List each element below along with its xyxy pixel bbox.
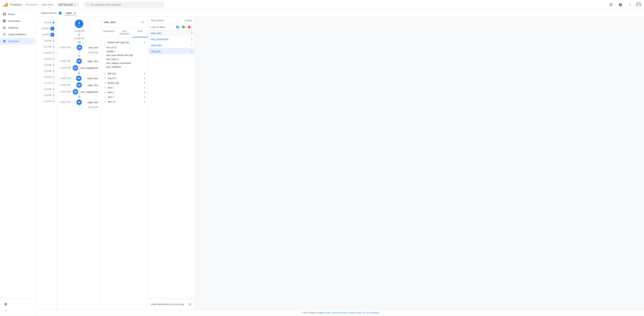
- subgroup-name-cap: Cap (17): [104, 77, 116, 80]
- sidebar-item-audiences[interactable]: Audiences: [0, 24, 36, 31]
- timeline-item-12[interactable]: 2:19 PM: [37, 92, 57, 98]
- sidebar-nav: Events Conversions Audiences Custom defi…: [0, 10, 37, 298]
- chevron-right-icon: [104, 72, 106, 75]
- item-prop-4: item_category: Accessories: [106, 61, 144, 65]
- subgroup-name-item4: Item 4: [104, 91, 114, 94]
- timeline-time-7: 2:24 PM: [44, 64, 51, 66]
- event-list-item-view-item[interactable]: view_item 1: [148, 48, 195, 54]
- apps-icon[interactable]: [608, 1, 614, 8]
- event-list-item-page-view[interactable]: page_view 3: [148, 30, 195, 36]
- collapse-sidebar-btn[interactable]: [3, 307, 9, 313]
- timeline-time-8: 2:23 PM: [44, 70, 51, 72]
- chevron-right-icon: [104, 91, 106, 94]
- event-icon-ue-1: [73, 65, 78, 71]
- timeline-item-11[interactable]: 2:20 PM: [37, 86, 57, 92]
- content-area: DEBUG DEVICE 1 Apple 2:31 PM 2:30 PM: [37, 10, 644, 316]
- event-list-name-pv[interactable]: page_view: [151, 32, 161, 34]
- avatar[interactable]: [636, 2, 641, 8]
- search-input[interactable]: [90, 3, 161, 6]
- tab-parameters[interactable]: Parameters: [101, 28, 117, 37]
- event-list-count-si: 1: [191, 44, 192, 46]
- timeline-wrapper: 2:31 PM 2:30 PM 1 2:29 PM 6 2:28 PM: [37, 20, 57, 104]
- event-list-name-vi[interactable]: view_item: [151, 50, 160, 52]
- tab-user-properties[interactable]: User properties: [117, 28, 132, 37]
- event-icon-select-item: [76, 76, 82, 81]
- sidebar-item-custom-definitions[interactable]: Custom definitions: [0, 31, 36, 38]
- timeline-item-0[interactable]: 2:31 PM: [37, 20, 57, 26]
- event-list-item-select-item[interactable]: select_item 1: [148, 42, 195, 48]
- item-subgroup-item4[interactable]: Item 4 3: [101, 90, 148, 95]
- timeline-item-9[interactable]: 2:22 PM: [37, 74, 57, 80]
- analytics-logo: [3, 2, 8, 8]
- timeline-time-4: 2:27 PM: [44, 46, 51, 48]
- event-row-select-item[interactable]: 2:29:52 PM select_item: [58, 75, 101, 82]
- item-group-label: Beanie with Logo (32): [108, 41, 129, 44]
- event-time-page-view-1: 2:29:57 PM: [60, 60, 70, 62]
- timeline-dot-4: [53, 46, 54, 48]
- event-row-page-view-2[interactable]: 2:29:51 PM page_view: [58, 82, 101, 88]
- sidebar-item-conversions[interactable]: Conversions: [0, 18, 36, 24]
- sidebar-item-events[interactable]: Events: [0, 11, 36, 18]
- timeline-time-1: 2:30 PM: [42, 28, 49, 30]
- user-props-header: USER PROPERTIES ACTIVE NOW: [151, 302, 192, 307]
- subgroup-name-item10: Item 10: [104, 100, 115, 103]
- tab-items[interactable]: Items: [132, 28, 148, 37]
- privacy-link[interactable]: Privacy Policy: [349, 311, 362, 314]
- event-time-select-item: 2:29:52 PM: [60, 77, 70, 80]
- timeline-item-8[interactable]: 2:23 PM: [37, 68, 57, 74]
- item-subgroup-item1[interactable]: Item 1 3: [101, 85, 148, 90]
- app-title: Analytics: [10, 3, 22, 7]
- item-subgroup-beanie[interactable]: Beanie (15) 5: [101, 81, 148, 85]
- event-timestamp-2: 2:31:00 PM: [58, 37, 101, 41]
- item-subgroup-item7[interactable]: Item 7 3: [101, 95, 148, 99]
- event-name-pv-3: page_view: [88, 101, 98, 104]
- timeline-item-3[interactable]: 2:28 PM: [37, 38, 57, 44]
- timeline-dot-3: [53, 40, 54, 42]
- chevron-down-icon: [74, 3, 77, 6]
- terms-link[interactable]: Terms of Service: [332, 311, 347, 314]
- timeline-item-1[interactable]: 2:30 PM 1: [37, 26, 57, 32]
- event-row-pv-3[interactable]: 2:29:37 PM page_view: [58, 99, 101, 106]
- timeline-time-5: 2:26 PM: [44, 52, 51, 54]
- property-selector[interactable]: WP Test GA4: [57, 2, 79, 7]
- timeline-item-6[interactable]: 2:25 PM: [37, 56, 57, 62]
- event-row-view-item[interactable]: 2:30:01 PM view_item: [58, 44, 101, 51]
- search-bar[interactable]: [84, 2, 164, 8]
- event-row-user-engagement-1[interactable]: 2:29:56 PM user_engagement: [58, 65, 101, 71]
- more-vert-icon[interactable]: [626, 1, 633, 8]
- event-row-ue-2[interactable]: 2:29:50 PM user_engagement: [58, 88, 101, 95]
- analytics-home-link[interactable]: Analytics home: [317, 311, 330, 314]
- feedback-icon: 📋: [363, 311, 366, 314]
- device-selector[interactable]: Apple: [64, 11, 76, 15]
- event-list-name-ue[interactable]: user_engagement: [151, 38, 168, 40]
- event-list-name-si[interactable]: select_item: [151, 44, 162, 46]
- timeline-item-2[interactable]: 2:29 PM 6: [37, 32, 57, 38]
- item-subgroup-cap[interactable]: Cap (17) 6: [101, 76, 148, 81]
- feedback-link[interactable]: Send feedback: [366, 311, 380, 314]
- timeline-item-7[interactable]: 2:24 PM: [37, 62, 57, 68]
- top-events-title: TOP EVENTS: [151, 20, 164, 22]
- all-accounts-link[interactable]: All accounts: [26, 3, 37, 6]
- debug-device-count: 1: [59, 12, 62, 15]
- user-props-title: USER PROPERTIES ACTIVE NOW: [151, 303, 184, 305]
- event-row-page-view-1[interactable]: 2:29:57 PM page_view: [58, 58, 101, 65]
- timeline-item-10[interactable]: 2:21 PM: [37, 80, 57, 86]
- settings-icon[interactable]: [3, 301, 9, 307]
- item-subgroup-belt[interactable]: Belt (16) 6: [101, 71, 148, 76]
- event-list-item-user-engagement[interactable]: user_engagement 2: [148, 36, 195, 42]
- item-prop-5: price: 18000000: [106, 65, 144, 69]
- event-name-page-view-1: page_view: [88, 60, 98, 63]
- item-group-name: Beanie with Logo (32): [104, 41, 129, 44]
- history-icon[interactable]: [188, 302, 192, 307]
- timeline-time-10: 2:21 PM: [44, 82, 51, 84]
- close-panel-btn[interactable]: ✕: [140, 20, 145, 25]
- timeline-item-5[interactable]: 2:26 PM: [37, 50, 57, 56]
- help-icon[interactable]: [617, 1, 624, 8]
- sidebar-item-debugview[interactable]: DebugView: [0, 38, 36, 45]
- timeline-item-4[interactable]: 2:27 PM: [37, 44, 57, 50]
- item-group-header-beanie-logo[interactable]: Beanie with Logo (32) 6: [101, 40, 148, 45]
- event-time-ue-2: 2:29:50 PM: [60, 91, 70, 93]
- item-subgroup-item10[interactable]: Item 10 1: [101, 99, 148, 104]
- timeline-item-13[interactable]: 2:18 PM: [37, 98, 57, 104]
- top-events-total: 7 TOTAL: [184, 20, 192, 22]
